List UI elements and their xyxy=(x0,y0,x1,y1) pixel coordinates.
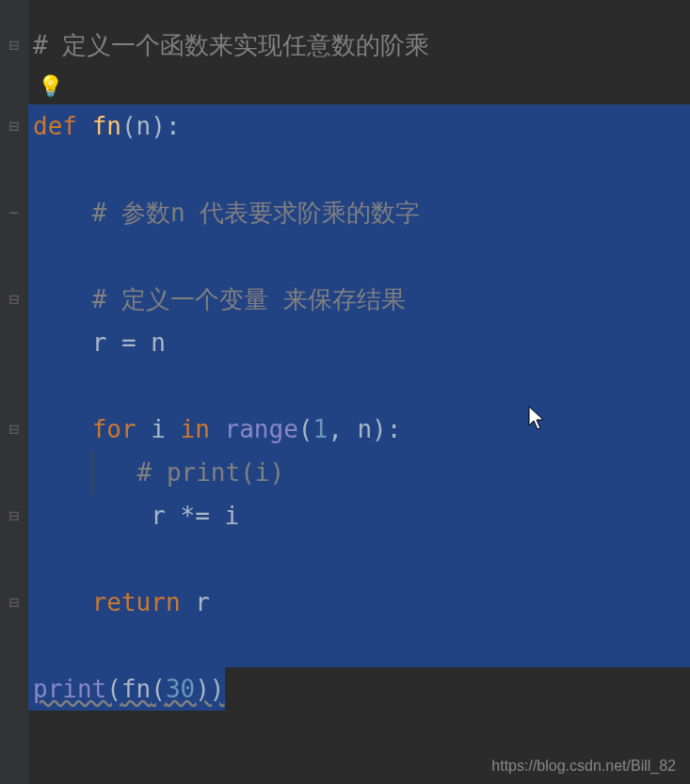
code-text: r = n xyxy=(92,328,166,357)
code-line[interactable] xyxy=(28,234,690,278)
comment-text: # 定义一个变量 来保存结果 xyxy=(92,283,406,316)
intention-bulb-row: 💡 xyxy=(28,67,690,104)
fold-marker-icon[interactable]: ⊟ xyxy=(8,596,21,609)
code-line[interactable] xyxy=(28,624,690,667)
function-name: fn xyxy=(92,112,121,140)
fold-marker-icon[interactable]: ⊟ xyxy=(8,293,21,306)
builtin-print: print xyxy=(33,675,106,703)
code-line[interactable]: return r xyxy=(28,581,690,624)
code-line[interactable]: # 定义一个函数来实现任意数的阶乘 xyxy=(28,24,690,67)
keyword-def: def xyxy=(33,112,77,140)
code-line[interactable]: # 参数n 代表要求阶乘的数字 xyxy=(28,191,690,234)
code-line[interactable]: # print(i) xyxy=(28,451,690,494)
code-line[interactable]: for i in range(1, n): xyxy=(28,408,690,451)
builtin-range: range xyxy=(225,415,298,443)
code-editor[interactable]: ⊟ ⊟ − ⊟ ⊟ ⊟ ⊟ # 定义一个函数来实现任意数的阶乘 💡 def fn… xyxy=(0,0,690,784)
code-line[interactable] xyxy=(28,537,690,581)
code-content[interactable]: # 定义一个函数来实现任意数的阶乘 💡 def fn(n): # 参数n 代表要… xyxy=(28,0,690,784)
keyword-for: for xyxy=(92,415,136,443)
keyword-return: return xyxy=(92,588,181,616)
code-line[interactable]: print(fn(30)) xyxy=(28,667,225,711)
gutter: ⊟ ⊟ − ⊟ ⊟ ⊟ ⊟ xyxy=(0,0,28,784)
lightbulb-icon[interactable]: 💡 xyxy=(38,74,63,98)
fold-marker-icon[interactable]: − xyxy=(8,206,21,219)
code-line[interactable] xyxy=(28,148,690,191)
code-text: r *= i xyxy=(151,502,239,530)
comment-text: # 定义一个函数来实现任意数的阶乘 xyxy=(33,29,429,62)
code-line[interactable]: def fn(n): xyxy=(28,104,690,148)
code-line[interactable]: # 定义一个变量 来保存结果 xyxy=(28,278,690,321)
fold-marker-icon[interactable]: ⊟ xyxy=(8,423,21,436)
comment-text: # print(i) xyxy=(137,458,285,487)
fold-marker-icon[interactable]: ⊟ xyxy=(8,120,21,133)
watermark-text: https://blog.csdn.net/Bill_82 xyxy=(491,758,676,775)
fold-marker-icon[interactable]: ⊟ xyxy=(8,39,21,52)
code-line[interactable]: r = n xyxy=(28,321,690,364)
comment-text: # 参数n 代表要求阶乘的数字 xyxy=(92,197,421,230)
fold-marker-icon[interactable]: ⊟ xyxy=(8,509,21,522)
code-line[interactable] xyxy=(28,364,690,408)
keyword-in: in xyxy=(181,415,210,443)
code-line[interactable]: r *= i xyxy=(28,494,690,537)
